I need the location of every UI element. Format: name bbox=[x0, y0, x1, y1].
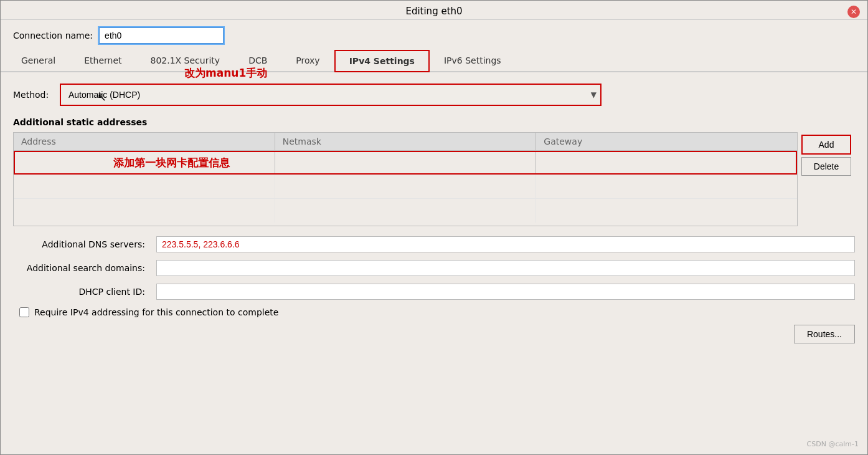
search-domains-label: Additional search domains: bbox=[13, 263, 150, 273]
table-action-buttons: Add Delete bbox=[798, 132, 855, 226]
addresses-section: Address Netmask Gateway 添加第一块网卡配置信息 bbox=[13, 132, 855, 226]
routes-row: Routes... bbox=[13, 325, 855, 343]
table-row bbox=[14, 151, 797, 175]
search-domains-row: Additional search domains: bbox=[13, 260, 855, 276]
gateway-cell[interactable] bbox=[536, 151, 797, 175]
method-label: Method: bbox=[13, 90, 54, 100]
tab-proxy[interactable]: Proxy bbox=[281, 50, 334, 71]
add-button[interactable]: Add bbox=[801, 135, 851, 155]
tab-ipv6[interactable]: IPv6 Settings bbox=[430, 50, 516, 71]
require-ipv4-checkbox[interactable] bbox=[19, 307, 29, 317]
tab-general[interactable]: General bbox=[7, 50, 70, 71]
connection-name-row: Connection name: bbox=[1, 20, 867, 50]
table-row-empty-1 bbox=[14, 175, 797, 198]
delete-button[interactable]: Delete bbox=[801, 157, 851, 176]
method-select-wrapper: Automatic (DHCP) Manual Link-Local Only … bbox=[60, 84, 601, 106]
netmask-cell[interactable] bbox=[275, 151, 537, 175]
col-gateway: Gateway bbox=[536, 133, 797, 150]
section-title: Additional static addresses bbox=[13, 117, 855, 127]
require-ipv4-row: Require IPv4 addressing for this connect… bbox=[13, 307, 855, 317]
require-ipv4-label: Require IPv4 addressing for this connect… bbox=[34, 307, 278, 317]
table-body: 添加第一块网卡配置信息 bbox=[14, 151, 797, 226]
tab-ipv4[interactable]: IPv4 Settings bbox=[334, 50, 430, 72]
tabs-bar: General Ethernet 802.1X Security DCB Pro… bbox=[1, 50, 867, 72]
table-row-empty-2 bbox=[14, 198, 797, 222]
addresses-table-container: Address Netmask Gateway 添加第一块网卡配置信息 bbox=[13, 132, 798, 226]
title-bar: Editing eth0 ✕ bbox=[1, 1, 867, 20]
connection-name-label: Connection name: bbox=[13, 31, 93, 41]
method-row: Method: 改为manu1手动 Automatic (DHCP) Manua… bbox=[13, 84, 855, 106]
method-annotation: 改为manu1手动 bbox=[184, 66, 267, 80]
address-cell[interactable] bbox=[14, 151, 275, 175]
csdn-watermark: CSDN @calm-1 bbox=[807, 440, 859, 448]
tab-ethernet[interactable]: Ethernet bbox=[70, 50, 136, 71]
dns-row: Additional DNS servers: bbox=[13, 236, 855, 252]
col-address: Address bbox=[14, 133, 275, 150]
window-title: Editing eth0 bbox=[405, 6, 462, 17]
col-netmask: Netmask bbox=[275, 133, 537, 150]
dns-label: Additional DNS servers: bbox=[13, 239, 150, 249]
dns-input[interactable] bbox=[156, 236, 855, 252]
close-icon[interactable]: ✕ bbox=[847, 6, 860, 18]
search-domains-input[interactable] bbox=[156, 260, 855, 276]
table-header-row: Address Netmask Gateway bbox=[14, 133, 797, 151]
dhcp-label: DHCP client ID: bbox=[13, 287, 150, 297]
main-window: Editing eth0 ✕ Connection name: General … bbox=[0, 0, 868, 455]
routes-button[interactable]: Routes... bbox=[794, 325, 855, 343]
dhcp-input[interactable] bbox=[156, 284, 855, 300]
dhcp-client-id-row: DHCP client ID: bbox=[13, 284, 855, 300]
connection-name-input[interactable] bbox=[99, 27, 224, 44]
ipv4-content: Method: 改为manu1手动 Automatic (DHCP) Manua… bbox=[1, 72, 867, 350]
method-select[interactable]: Automatic (DHCP) Manual Link-Local Only … bbox=[62, 86, 599, 103]
